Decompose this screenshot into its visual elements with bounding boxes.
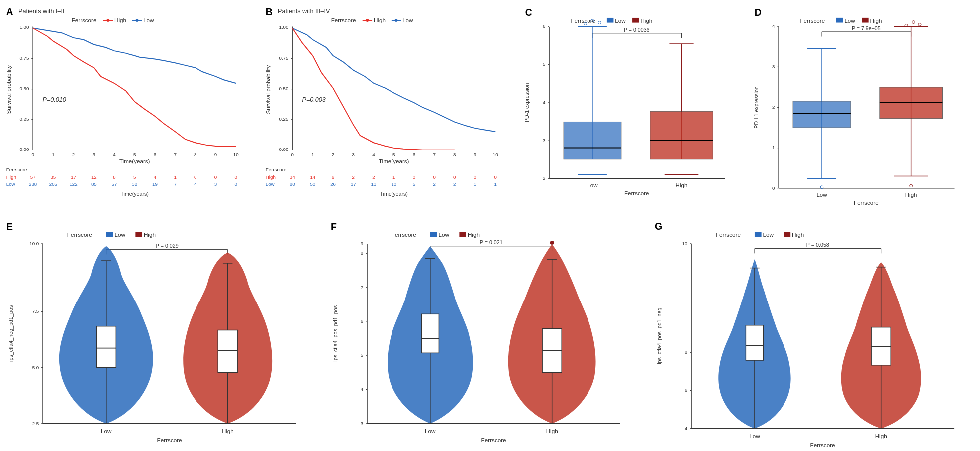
xaxis-label-G: Ferrscore — [810, 442, 835, 448]
svg-text:3: 3 — [93, 152, 95, 157]
svg-text:14: 14 — [310, 174, 315, 180]
main-container: A Patients with I–II Ferrscore High Low … — [0, 0, 980, 451]
svg-text:2.5: 2.5 — [32, 421, 39, 426]
legend-low-box-G — [755, 232, 762, 237]
pvalue-F: P = 0.021 — [480, 239, 503, 245]
legend-low-B: Low — [402, 17, 413, 23]
svg-text:32: 32 — [132, 181, 137, 187]
table-low-label-A: Low — [6, 181, 16, 187]
svg-text:0: 0 — [291, 152, 294, 157]
panel-D: D Ferrscore Low High 0 1 2 3 4 — [748, 0, 980, 218]
table-high-label-A: High — [6, 174, 16, 180]
legend-low-A: Low — [143, 17, 154, 23]
title-A: Patients with I–II — [18, 8, 64, 15]
svg-text:0.25: 0.25 — [20, 116, 29, 122]
svg-text:2: 2 — [332, 152, 334, 157]
svg-text:10.0: 10.0 — [29, 241, 39, 246]
label-C: C — [525, 7, 532, 18]
svg-text:4: 4 — [372, 152, 375, 157]
xaxis-label-F: Ferrscore — [481, 437, 506, 443]
svg-text:1: 1 — [474, 181, 476, 187]
legend-label-C: Ferrscore — [571, 18, 596, 24]
legend-label-D: Ferrscore — [800, 18, 825, 24]
svg-text:7: 7 — [361, 285, 363, 290]
svg-text:1: 1 — [52, 152, 54, 157]
table-high-label-B: High — [266, 174, 276, 180]
svg-text:0: 0 — [433, 174, 436, 180]
svg-text:10: 10 — [493, 152, 498, 157]
svg-text:1: 1 — [392, 174, 395, 180]
table-low-label-B: Low — [266, 181, 275, 187]
title-B: Patients with III–IV — [278, 8, 330, 15]
svg-text:0.00: 0.00 — [279, 147, 289, 152]
label-A: A — [6, 6, 13, 17]
panel-G: G Ferrscore Low High 4 6 8 10 ips_ctla4_… — [648, 214, 980, 451]
svg-text:4: 4 — [154, 174, 157, 180]
legend-low-E: Low — [114, 231, 125, 238]
svg-text:288: 288 — [29, 181, 37, 187]
legend-low-box-C — [607, 18, 614, 23]
svg-text:0.75: 0.75 — [279, 55, 289, 61]
panel-F: F Ferrscore Low High 3 4 5 6 7 8 9 — [324, 214, 648, 451]
svg-text:35: 35 — [50, 174, 56, 180]
svg-text:4: 4 — [685, 426, 688, 431]
legend-label-B: Ferrscore — [331, 17, 356, 23]
xaxis-A: Time(years) — [119, 158, 150, 164]
legend-high-E: High — [144, 231, 156, 238]
svg-text:5.0: 5.0 — [32, 365, 39, 370]
svg-text:0: 0 — [772, 185, 775, 191]
svg-point-143 — [918, 23, 921, 26]
panel-C: C Ferrscore Low High 2 3 4 5 6 — [519, 0, 748, 218]
box-high-G — [871, 327, 891, 365]
label-D: D — [755, 7, 762, 18]
svg-text:10: 10 — [233, 152, 239, 157]
top-row: A Patients with I–II Ferrscore High Low … — [0, 0, 980, 214]
svg-text:6: 6 — [332, 174, 334, 180]
svg-text:7: 7 — [174, 181, 176, 187]
legend-label-A: Ferrscore — [72, 17, 97, 23]
svg-text:5: 5 — [413, 181, 415, 187]
svg-text:1: 1 — [772, 145, 775, 150]
yaxis-E: ips_ctla4_neg_pd1_pos — [8, 305, 14, 362]
svg-text:0: 0 — [31, 152, 34, 157]
legend-low-C: Low — [615, 18, 626, 24]
svg-text:0.00: 0.00 — [20, 147, 29, 152]
yaxis-G: ips_ctla4_pos_pd1_neg — [656, 308, 662, 364]
svg-text:7: 7 — [433, 152, 435, 157]
pvalue-G: P = 0.058 — [806, 242, 829, 248]
xaxis-high-F: High — [546, 428, 558, 434]
svg-text:0: 0 — [194, 174, 197, 180]
svg-text:1.00: 1.00 — [279, 24, 289, 30]
legend-high-box-G — [784, 232, 791, 237]
box-high-E — [218, 330, 237, 373]
xaxis-low-D: Low — [816, 192, 827, 198]
table-label-B: Ferrscore — [266, 167, 286, 172]
yaxis-D: PD-L1 expression — [753, 86, 759, 128]
outlier-high-F — [550, 241, 554, 245]
legend-label-E: Ferrscore — [67, 231, 92, 238]
box-low-F — [421, 314, 439, 353]
svg-text:2: 2 — [352, 174, 355, 180]
svg-text:0: 0 — [494, 174, 497, 180]
svg-point-1 — [106, 19, 109, 22]
svg-text:4: 4 — [543, 100, 546, 105]
label-B: B — [266, 6, 273, 17]
yaxis-C: PD-1 expression — [524, 83, 530, 123]
legend-low-box-E — [106, 232, 113, 237]
svg-text:0: 0 — [474, 174, 477, 180]
legend-high-D: High — [870, 18, 882, 24]
svg-point-3 — [136, 19, 139, 22]
svg-text:5: 5 — [361, 352, 364, 358]
table-label-A: Ferrscore — [6, 167, 27, 172]
xaxis-high-G: High — [875, 433, 887, 439]
legend-high-box-C — [632, 18, 639, 23]
svg-text:5: 5 — [392, 152, 395, 157]
svg-text:80: 80 — [290, 181, 295, 187]
xaxis-label-E: Ferrscore — [157, 437, 182, 443]
svg-rect-117 — [564, 122, 621, 159]
svg-text:9: 9 — [361, 241, 363, 246]
svg-text:50: 50 — [310, 181, 315, 187]
svg-point-50 — [366, 19, 369, 22]
xaxis-high-C: High — [676, 182, 688, 188]
svg-text:122: 122 — [69, 181, 77, 187]
